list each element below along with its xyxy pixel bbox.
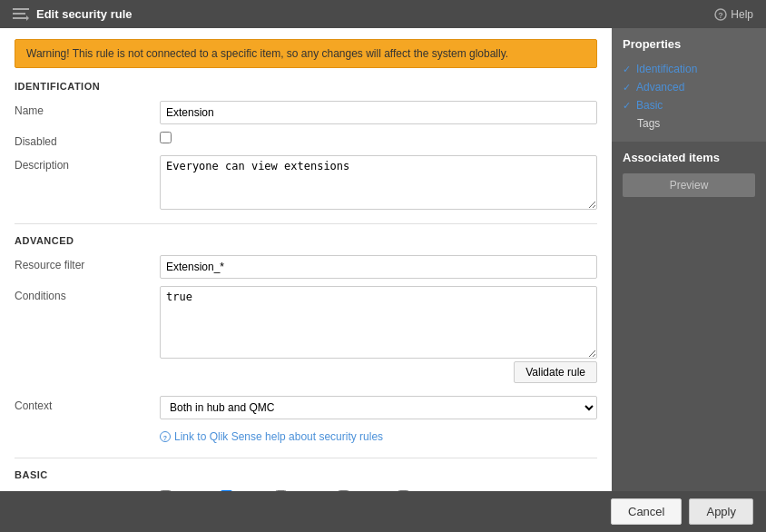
- description-control: Everyone can view extensions: [160, 155, 597, 212]
- help-link[interactable]: ? Link to Qlik Sense help about security…: [160, 430, 383, 443]
- help-link-row: ? Link to Qlik Sense help about security…: [15, 427, 597, 447]
- validate-row: Validate rule: [160, 361, 597, 383]
- advanced-check-icon: ✓: [623, 82, 631, 94]
- description-row: Description Everyone can view extensions: [15, 155, 597, 212]
- disabled-control: [160, 132, 597, 146]
- basic-section-title: BASIC: [15, 469, 597, 480]
- disabled-checkbox[interactable]: [160, 132, 172, 143]
- conditions-row: Conditions true Validate rule: [15, 286, 597, 389]
- resource-filter-input[interactable]: [160, 255, 597, 279]
- resource-filter-row: Resource filter: [15, 255, 597, 279]
- apply-button[interactable]: Apply: [689, 498, 753, 525]
- prop-identification-label: Identification: [636, 63, 697, 75]
- conditions-label: Conditions: [15, 286, 160, 302]
- right-panel: Properties ✓ Identification ✓ Advanced ✓…: [612, 28, 766, 491]
- prop-tags[interactable]: Tags: [623, 114, 755, 133]
- validate-rule-button[interactable]: Validate rule: [514, 361, 597, 383]
- divider-1: [15, 223, 597, 224]
- resource-filter-label: Resource filter: [15, 255, 160, 271]
- svg-marker-3: [26, 15, 29, 21]
- cancel-button[interactable]: Cancel: [611, 498, 682, 525]
- associated-items-title: Associated items: [623, 151, 755, 164]
- svg-rect-0: [13, 8, 29, 10]
- edit-rule-icon: [13, 8, 29, 21]
- identification-check-icon: ✓: [623, 64, 631, 75]
- disabled-label: Disabled: [15, 132, 160, 148]
- dialog-title: Edit security rule: [13, 7, 132, 21]
- svg-rect-2: [13, 17, 27, 19]
- prop-advanced[interactable]: ✓ Advanced: [623, 78, 755, 96]
- help-icon: ?: [714, 8, 727, 21]
- svg-text:?: ?: [719, 11, 724, 20]
- name-input[interactable]: [160, 101, 597, 124]
- dialog-title-text: Edit security rule: [36, 7, 132, 21]
- resource-filter-control: [160, 255, 597, 279]
- disabled-row: Disabled: [15, 132, 597, 148]
- advanced-section-title: ADVANCED: [15, 235, 597, 246]
- prop-advanced-label: Advanced: [636, 81, 684, 94]
- svg-text:?: ?: [163, 435, 167, 441]
- preview-button[interactable]: Preview: [623, 173, 755, 197]
- name-control: [160, 101, 597, 124]
- properties-section: Properties ✓ Identification ✓ Advanced ✓…: [612, 28, 766, 142]
- warning-text: Warning! This rule is not connected to a…: [26, 47, 508, 60]
- context-control: Both in hub and QMC Only in hub Only in …: [160, 396, 597, 419]
- identification-section-title: IDENTIFICATION: [15, 81, 597, 92]
- svg-rect-1: [13, 13, 25, 15]
- description-textarea[interactable]: Everyone can view extensions: [160, 155, 597, 210]
- context-label: Context: [15, 396, 160, 412]
- conditions-control: true Validate rule: [160, 286, 597, 389]
- prop-basic[interactable]: ✓ Basic: [623, 96, 755, 114]
- associated-items-section: Associated items Preview: [612, 142, 766, 491]
- help-label: Help: [731, 8, 753, 21]
- help-link-text: Link to Qlik Sense help about security r…: [174, 430, 383, 443]
- help-circle-icon: ?: [160, 431, 171, 442]
- prop-identification[interactable]: ✓ Identification: [623, 60, 755, 78]
- name-row: Name: [15, 101, 597, 124]
- properties-title: Properties: [623, 37, 755, 51]
- help-button[interactable]: ? Help: [714, 8, 753, 21]
- prop-basic-label: Basic: [636, 99, 663, 112]
- description-label: Description: [15, 155, 160, 172]
- title-bar: Edit security rule ? Help: [0, 0, 766, 28]
- prop-tags-label: Tags: [637, 117, 660, 130]
- conditions-textarea[interactable]: true: [160, 286, 597, 359]
- left-panel-wrapper: Warning! This rule is not connected to a…: [0, 28, 612, 491]
- context-select[interactable]: Both in hub and QMC Only in hub Only in …: [160, 396, 597, 419]
- main-content: Warning! This rule is not connected to a…: [0, 28, 766, 491]
- divider-2: [15, 458, 597, 458]
- name-label: Name: [15, 101, 160, 117]
- warning-banner: Warning! This rule is not connected to a…: [15, 39, 597, 68]
- left-panel: Warning! This rule is not connected to a…: [0, 28, 612, 491]
- basic-check-icon: ✓: [623, 100, 631, 112]
- context-row: Context Both in hub and QMC Only in hub …: [15, 396, 597, 419]
- footer: Cancel Apply: [0, 491, 766, 532]
